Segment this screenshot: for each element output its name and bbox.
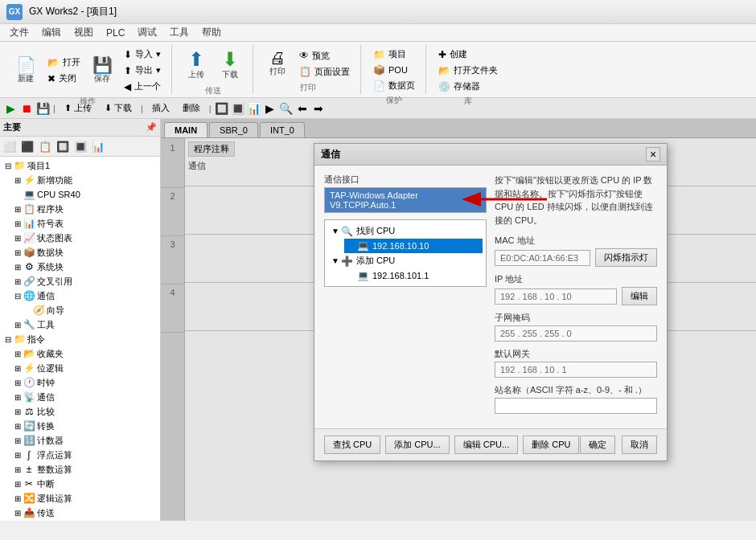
expand-icon: ⊟ (13, 292, 23, 301)
tree-prog-ctrl[interactable]: ⊞🎛程序控制 (11, 520, 158, 521)
tree-comm2[interactable]: ⊞📡通信 (11, 390, 158, 404)
print-button[interactable]: 🖨 打印 (261, 47, 294, 80)
tree-logic[interactable]: ⊞🔀逻辑运算 (11, 491, 158, 505)
data-page-button[interactable]: 📄 数据页 (369, 78, 419, 93)
sec-tool4[interactable]: ▶ (263, 101, 277, 116)
sec-tool7[interactable]: ➡ (311, 101, 326, 116)
search-cpu-button[interactable]: 查找 CPU (324, 436, 380, 454)
sec-download-btn[interactable]: ⬇ 下载 (99, 100, 138, 117)
add-cpu-button[interactable]: 添加 CPU... (385, 436, 449, 454)
tree-instructions[interactable]: ⊟ 📁 指令 (2, 332, 158, 346)
menu-help[interactable]: 帮助 (195, 24, 228, 41)
menu-tools[interactable]: 工具 (163, 24, 195, 41)
tree-data[interactable]: ⊞ 📦 数据块 (11, 245, 158, 260)
import-button[interactable]: ⬇ 导入▾ (120, 47, 165, 62)
tree-cpu[interactable]: 💻 CPU SR40 (11, 187, 158, 202)
close-button[interactable]: ✖ 关闭 (43, 71, 84, 86)
sec-save-icon[interactable]: 💾 (35, 101, 50, 116)
sec-tool6[interactable]: ⬅ (295, 101, 310, 116)
project-button[interactable]: 📁 项目 (369, 47, 419, 62)
tree-compare[interactable]: ⊞⚖比较 (11, 404, 158, 419)
cancel-button[interactable]: 取消 (622, 436, 657, 454)
storage-button[interactable]: 💿 存储器 (434, 79, 502, 94)
lp-btn5[interactable]: 🔳 (72, 138, 88, 154)
save-button[interactable]: 💾 保存 (86, 54, 118, 88)
ip-input[interactable] (495, 288, 617, 305)
mac-input[interactable] (495, 250, 590, 266)
tree-counter[interactable]: ⊞🔢计数器 (11, 433, 158, 448)
menu-debug[interactable]: 调试 (131, 24, 163, 41)
station-input[interactable] (495, 398, 657, 414)
menu-view[interactable]: 视图 (68, 24, 100, 41)
tree-interrupt[interactable]: ⊞✂中断 (11, 477, 158, 491)
tree-float[interactable]: ⊞∫浮点运算 (11, 448, 158, 462)
sec-tool5[interactable]: 🔍 (279, 101, 294, 116)
cpu-tree-192168010[interactable]: 💻 192.168.10.10 (344, 239, 483, 253)
tree-bitlogic[interactable]: ⊞⚡位逻辑 (11, 361, 158, 375)
ip-input-row: 编辑 (495, 287, 657, 305)
cpu-tree-add[interactable]: ▼ ➕ 添加 CPU (328, 253, 483, 268)
lp-btn3[interactable]: 📋 (37, 138, 53, 154)
ok-button[interactable]: 确定 (580, 436, 615, 454)
create-library-button[interactable]: ✚ 创建 (434, 47, 502, 62)
lp-btn2[interactable]: ⬛ (19, 138, 35, 154)
tree-favorites[interactable]: ⊞📂收藏夹 (11, 346, 158, 361)
pou-button[interactable]: 📦 POU (369, 63, 419, 77)
tree-tools[interactable]: ⊞ 🔧 工具 (11, 317, 158, 332)
toolbar-group-print: 🖨 打印 👁 预览 📋 页面设置 打印 (255, 45, 361, 94)
new-button[interactable]: 📄 新建 (10, 54, 42, 88)
prev-button[interactable]: ◀ 上一个 (120, 79, 165, 94)
sec-upload-btn[interactable]: ⬆ 上传 (59, 100, 97, 117)
left-panel-pin[interactable]: 📌 (146, 122, 157, 133)
print-icon: 🖨 (269, 50, 286, 66)
cpu-tree-found[interactable]: ▼ 🔍 找到 CPU (328, 223, 483, 239)
tree-system[interactable]: ⊞ ⚙ 系统块 (11, 260, 158, 274)
lp-btn6[interactable]: 📊 (90, 138, 106, 154)
sec-tool3[interactable]: 📊 (247, 101, 261, 116)
tree-item-project1[interactable]: ⊟ 📁 项目1 (2, 158, 158, 173)
edit-button[interactable]: 编辑 (622, 287, 657, 305)
left-panel-header: 主要 📌 (0, 119, 160, 137)
tree-transfer[interactable]: ⊞📤传送 (11, 505, 158, 520)
tree-clock[interactable]: ⊞🕐时钟 (11, 375, 158, 390)
tree-program[interactable]: ⊞ 📋 程序块 (11, 202, 158, 216)
page-setup-label: 页面设置 (314, 66, 350, 78)
cpu-tree-192168101[interactable]: 💻 192.168.101.1 (344, 268, 483, 283)
sec-tool2[interactable]: 🔳 (231, 101, 245, 116)
pou-label: POU (388, 65, 408, 75)
open-button[interactable]: 📂 打开 (43, 55, 84, 70)
tree-symbol[interactable]: ⊞ 📊 符号表 (11, 216, 158, 231)
run-icon[interactable]: ▶ (3, 101, 18, 116)
upload-button[interactable]: ⬆ 上传 (180, 47, 212, 84)
tree-wizard[interactable]: 🧭 向导 (21, 303, 158, 317)
delete-cpu-button[interactable]: 删除 CPU (523, 436, 579, 454)
sec-tool1[interactable]: 🔲 (215, 101, 229, 116)
tree-comm[interactable]: ⊟ 🌐 通信 (11, 288, 158, 303)
gateway-input[interactable] (495, 362, 657, 378)
dropdown-value: TAP-Windows Adapter V9.TCPIP.Auto.1 (330, 190, 473, 210)
edit-cpu-button[interactable]: 编辑 CPU... (454, 436, 518, 454)
menu-plc[interactable]: PLC (100, 26, 131, 40)
menu-file[interactable]: 文件 (3, 24, 35, 41)
sec-delete-btn[interactable]: 删除 (177, 100, 206, 117)
tree-label: 项目1 (27, 160, 50, 172)
preview-button[interactable]: 👁 预览 (295, 48, 354, 63)
lp-btn1[interactable]: ⬜ (2, 138, 18, 154)
tree-int-math[interactable]: ⊞±整数运算 (11, 462, 158, 477)
export-button[interactable]: ⬆ 导出▾ (120, 63, 165, 78)
tree-new-feature[interactable]: ⊞ ⚡ 新增功能 (11, 173, 158, 187)
upload-label: 上传 (188, 69, 204, 80)
lp-btn4[interactable]: 🔲 (55, 138, 71, 154)
page-setup-button[interactable]: 📋 页面设置 (295, 64, 354, 80)
subnet-input[interactable] (495, 325, 657, 342)
dialog-close-button[interactable]: × (646, 147, 660, 162)
stop-icon[interactable]: ⏹ (19, 101, 34, 116)
tree-xref[interactable]: ⊞ 🔗 交叉引用 (11, 274, 158, 288)
download-button[interactable]: ⬇ 下载 (214, 47, 246, 84)
tree-convert[interactable]: ⊞🔄转换 (11, 419, 158, 433)
open-folder-button[interactable]: 📂 打开文件夹 (434, 63, 502, 78)
tree-status[interactable]: ⊞ 📈 状态图表 (11, 231, 158, 245)
blink-button[interactable]: 闪烁指示灯 (595, 248, 657, 267)
sec-insert-btn[interactable]: 插入 (146, 100, 175, 117)
menu-edit[interactable]: 编辑 (35, 24, 68, 41)
